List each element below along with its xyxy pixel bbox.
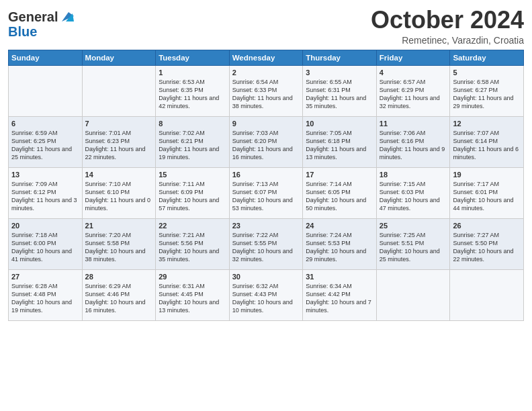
day-info: Sunrise: 7:10 AM Sunset: 6:10 PM Dayligh… [85, 180, 153, 213]
day-info: Sunrise: 7:07 AM Sunset: 6:14 PM Dayligh… [453, 129, 521, 162]
calendar-cell: 1Sunrise: 6:53 AM Sunset: 6:35 PM Daylig… [156, 65, 230, 116]
calendar-cell: 29Sunrise: 6:31 AM Sunset: 4:45 PM Dayli… [156, 269, 230, 320]
weekday-header-wednesday: Wednesday [229, 50, 303, 65]
calendar-cell: 14Sunrise: 7:10 AM Sunset: 6:10 PM Dayli… [82, 167, 156, 218]
calendar-cell: 28Sunrise: 6:29 AM Sunset: 4:46 PM Dayli… [82, 269, 156, 320]
day-number: 28 [85, 273, 153, 281]
day-info: Sunrise: 6:31 AM Sunset: 4:45 PM Dayligh… [159, 282, 226, 315]
day-number: 11 [380, 120, 447, 128]
day-info: Sunrise: 7:22 AM Sunset: 5:55 PM Dayligh… [232, 231, 300, 264]
day-number: 3 [306, 68, 373, 77]
logo-icon [59, 9, 74, 24]
calendar-week-row: 1Sunrise: 6:53 AM Sunset: 6:35 PM Daylig… [9, 65, 524, 116]
calendar-cell: 13Sunrise: 7:09 AM Sunset: 6:12 PM Dayli… [9, 167, 83, 218]
calendar-cell: 10Sunrise: 7:05 AM Sunset: 6:18 PM Dayli… [303, 116, 377, 167]
day-number: 27 [11, 273, 79, 281]
calendar-cell: 12Sunrise: 7:07 AM Sunset: 6:14 PM Dayli… [450, 116, 524, 167]
title-block: October 2024 Remetinec, Varazdin, Croati… [371, 7, 524, 46]
calendar-cell: 25Sunrise: 7:25 AM Sunset: 5:51 PM Dayli… [376, 218, 450, 269]
calendar-cell: 3Sunrise: 6:55 AM Sunset: 6:31 PM Daylig… [303, 65, 377, 116]
logo: General Blue [8, 9, 74, 39]
day-number: 15 [159, 171, 226, 179]
day-info: Sunrise: 7:03 AM Sunset: 6:20 PM Dayligh… [232, 129, 300, 162]
day-number: 19 [453, 171, 521, 179]
day-info: Sunrise: 7:02 AM Sunset: 6:21 PM Dayligh… [159, 129, 226, 162]
day-number: 12 [453, 120, 521, 128]
day-number: 4 [380, 68, 447, 77]
day-info: Sunrise: 7:24 AM Sunset: 5:53 PM Dayligh… [306, 231, 373, 264]
calendar-cell: 5Sunrise: 6:58 AM Sunset: 6:27 PM Daylig… [450, 65, 524, 116]
day-info: Sunrise: 6:59 AM Sunset: 6:25 PM Dayligh… [11, 129, 79, 162]
day-number: 13 [11, 171, 79, 179]
day-number: 2 [232, 68, 300, 77]
day-info: Sunrise: 7:27 AM Sunset: 5:50 PM Dayligh… [453, 231, 521, 264]
calendar-cell: 18Sunrise: 7:15 AM Sunset: 6:03 PM Dayli… [376, 167, 450, 218]
calendar-cell: 15Sunrise: 7:11 AM Sunset: 6:09 PM Dayli… [156, 167, 230, 218]
day-number: 5 [453, 68, 521, 77]
calendar-cell: 6Sunrise: 6:59 AM Sunset: 6:25 PM Daylig… [9, 116, 83, 167]
weekday-header-saturday: Saturday [450, 50, 524, 65]
calendar-cell: 19Sunrise: 7:17 AM Sunset: 6:01 PM Dayli… [450, 167, 524, 218]
weekday-header-monday: Monday [82, 50, 156, 65]
day-info: Sunrise: 6:28 AM Sunset: 4:48 PM Dayligh… [11, 282, 79, 315]
weekday-header-sunday: Sunday [9, 50, 83, 65]
calendar-cell [82, 65, 156, 116]
day-number: 7 [85, 120, 153, 128]
day-info: Sunrise: 7:17 AM Sunset: 6:01 PM Dayligh… [453, 180, 521, 213]
logo-general-text: General [8, 9, 58, 24]
calendar-cell: 22Sunrise: 7:21 AM Sunset: 5:56 PM Dayli… [156, 218, 230, 269]
calendar-cell: 20Sunrise: 7:18 AM Sunset: 6:00 PM Dayli… [9, 218, 83, 269]
calendar-cell: 27Sunrise: 6:28 AM Sunset: 4:48 PM Dayli… [9, 269, 83, 320]
day-info: Sunrise: 6:54 AM Sunset: 6:33 PM Dayligh… [232, 78, 300, 111]
calendar-cell: 9Sunrise: 7:03 AM Sunset: 6:20 PM Daylig… [229, 116, 303, 167]
day-info: Sunrise: 6:55 AM Sunset: 6:31 PM Dayligh… [306, 78, 373, 111]
weekday-header-row: SundayMondayTuesdayWednesdayThursdayFrid… [9, 50, 524, 65]
day-info: Sunrise: 7:11 AM Sunset: 6:09 PM Dayligh… [159, 180, 226, 213]
month-title: October 2024 [371, 7, 524, 34]
day-info: Sunrise: 7:21 AM Sunset: 5:56 PM Dayligh… [159, 231, 226, 264]
weekday-header-tuesday: Tuesday [156, 50, 230, 65]
calendar-week-row: 6Sunrise: 6:59 AM Sunset: 6:25 PM Daylig… [9, 116, 524, 167]
day-info: Sunrise: 6:29 AM Sunset: 4:46 PM Dayligh… [85, 282, 153, 315]
calendar-cell: 4Sunrise: 6:57 AM Sunset: 6:29 PM Daylig… [376, 65, 450, 116]
weekday-header-friday: Friday [376, 50, 450, 65]
calendar-cell: 30Sunrise: 6:32 AM Sunset: 4:43 PM Dayli… [229, 269, 303, 320]
day-info: Sunrise: 7:06 AM Sunset: 6:16 PM Dayligh… [380, 129, 447, 162]
calendar-cell: 24Sunrise: 7:24 AM Sunset: 5:53 PM Dayli… [303, 218, 377, 269]
day-info: Sunrise: 7:13 AM Sunset: 6:07 PM Dayligh… [232, 180, 300, 213]
day-info: Sunrise: 6:34 AM Sunset: 4:42 PM Dayligh… [306, 282, 373, 315]
day-info: Sunrise: 7:05 AM Sunset: 6:18 PM Dayligh… [306, 129, 373, 162]
day-number: 21 [85, 222, 153, 230]
day-info: Sunrise: 7:14 AM Sunset: 6:05 PM Dayligh… [306, 180, 373, 213]
calendar-cell [9, 65, 83, 116]
day-info: Sunrise: 7:20 AM Sunset: 5:58 PM Dayligh… [85, 231, 153, 264]
calendar-week-row: 20Sunrise: 7:18 AM Sunset: 6:00 PM Dayli… [9, 218, 524, 269]
day-number: 14 [85, 171, 153, 179]
calendar-cell: 7Sunrise: 7:01 AM Sunset: 6:23 PM Daylig… [82, 116, 156, 167]
day-number: 26 [453, 222, 521, 230]
day-number: 16 [232, 171, 300, 179]
day-number: 30 [232, 273, 300, 281]
calendar-cell: 31Sunrise: 6:34 AM Sunset: 4:42 PM Dayli… [303, 269, 377, 320]
calendar-cell [376, 269, 450, 320]
day-number: 22 [159, 222, 226, 230]
calendar-cell: 8Sunrise: 7:02 AM Sunset: 6:21 PM Daylig… [156, 116, 230, 167]
day-info: Sunrise: 7:01 AM Sunset: 6:23 PM Dayligh… [85, 129, 153, 162]
day-number: 20 [11, 222, 79, 230]
day-number: 18 [380, 171, 447, 179]
calendar-cell: 26Sunrise: 7:27 AM Sunset: 5:50 PM Dayli… [450, 218, 524, 269]
calendar-cell [450, 269, 524, 320]
calendar-cell: 16Sunrise: 7:13 AM Sunset: 6:07 PM Dayli… [229, 167, 303, 218]
day-number: 6 [11, 120, 79, 128]
day-info: Sunrise: 7:09 AM Sunset: 6:12 PM Dayligh… [11, 180, 79, 213]
weekday-header-thursday: Thursday [303, 50, 377, 65]
day-number: 10 [306, 120, 373, 128]
day-number: 23 [232, 222, 300, 230]
location: Remetinec, Varazdin, Croatia [371, 35, 524, 46]
day-number: 9 [232, 120, 300, 128]
calendar-week-row: 13Sunrise: 7:09 AM Sunset: 6:12 PM Dayli… [9, 167, 524, 218]
calendar-table: SundayMondayTuesdayWednesdayThursdayFrid… [8, 50, 524, 321]
calendar-cell: 2Sunrise: 6:54 AM Sunset: 6:33 PM Daylig… [229, 65, 303, 116]
day-info: Sunrise: 7:15 AM Sunset: 6:03 PM Dayligh… [380, 180, 447, 213]
day-number: 24 [306, 222, 373, 230]
